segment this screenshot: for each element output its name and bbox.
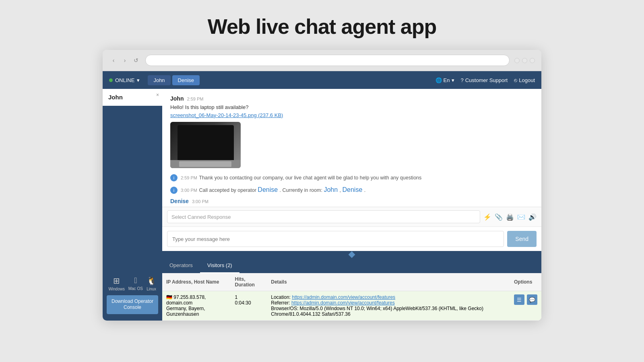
flag-icon: 🇩🇪 (166, 294, 172, 300)
windows-icon: ⊞ (113, 276, 120, 286)
visitor-options-cell: ☰ 💬 (510, 291, 541, 321)
status-label: ONLINE (115, 77, 134, 83)
close-icon[interactable]: × (156, 92, 159, 98)
sidebar-chat-name: John (108, 94, 123, 101)
table-row: 🇩🇪 97.255.83.578, domain.com Germany, Ba… (162, 291, 541, 321)
canned-response-select[interactable]: Select Canned Response (167, 210, 480, 223)
tab-operators[interactable]: Operators (162, 258, 200, 273)
sound-icon[interactable]: 🔊 (528, 213, 537, 221)
traffic-light-red (514, 58, 520, 63)
chat-tabs: John Denise (148, 75, 200, 85)
back-button[interactable]: ‹ (109, 56, 118, 65)
col-details: Details (267, 273, 510, 291)
visitor-details-cell: Location: https://admin.domain.com/view/… (267, 291, 510, 321)
app-main: × John ⊞ Windows  Mac OS (103, 89, 541, 321)
laptop-screen (178, 125, 234, 160)
traffic-light-green (530, 58, 535, 63)
visitors-table: IP Address, Host Name Hits, Duration Det… (162, 273, 541, 321)
topbar-right: 🌐 En ▾ ? Customer Support ⎋ Logout (436, 77, 535, 83)
visitor-location: Germany, Bayern, Gunzenhausen (166, 306, 205, 317)
system-link-denise2[interactable]: Denise (342, 186, 362, 193)
macos-icon-item:  Mac OS (128, 276, 143, 291)
page-title: Web live chat agent app (208, 0, 436, 50)
message-input[interactable] (167, 231, 504, 247)
language-label: En (444, 77, 450, 83)
divider-handle[interactable] (162, 251, 541, 258)
system-link-john[interactable]: John (324, 186, 338, 193)
tab-john[interactable]: John (148, 75, 170, 85)
send-button[interactable]: Send (507, 231, 537, 247)
laptop-image (170, 122, 241, 168)
tab-visitors[interactable]: Visitors (2) (200, 258, 239, 273)
denise-message-group: Denise 3:00 PM Hello, John! Give me a se… (170, 198, 533, 207)
system-link-denise[interactable]: Denise (258, 186, 278, 193)
detail-browser-val: Mozilla/5.0 (Windows NT 10.0; Win64; x64… (271, 306, 483, 317)
canned-response-bar: Select Canned Response ⚡ 📎 🖨️ ✉️ 🔊 (162, 207, 541, 226)
windows-icon-item: ⊞ Windows (108, 276, 125, 291)
denise-message-time: 3:00 PM (192, 199, 208, 204)
visitor-duration: 0:04:30 (235, 300, 251, 306)
browser-window: ‹ › ↺ ONLINE ▾ John Denise 🌐 (103, 50, 541, 321)
visitor-hits: 1 (235, 294, 238, 300)
col-options: Options (510, 273, 541, 291)
denise-sender: Denise (170, 198, 189, 204)
download-operator-console-button[interactable]: Download Operator Console (107, 295, 158, 314)
system-message-2: i 3:00 PM Call accepted by operator Deni… (170, 185, 533, 195)
lightning-icon[interactable]: ⚡ (483, 213, 491, 221)
globe-icon: 🌐 (436, 77, 442, 83)
attachment-icon[interactable]: 📎 (495, 213, 503, 221)
print-icon[interactable]: 🖨️ (506, 213, 514, 221)
sidebar-chat-item[interactable]: × John (103, 89, 162, 106)
visitor-chat-button[interactable]: 💬 (527, 294, 537, 305)
detail-location-link[interactable]: https://admin.domain.com/view/account/fe… (292, 294, 395, 300)
info-icon-1: i (170, 174, 178, 181)
detail-referrer-label: Referrer: (271, 300, 290, 306)
john-sender: John (170, 95, 184, 102)
system-text-1-body: Thank you to contacting our company, our… (199, 175, 421, 181)
system-period: . (364, 187, 365, 193)
macos-label: Mac OS (128, 286, 143, 291)
sidebar: × John ⊞ Windows  Mac OS (103, 89, 162, 321)
url-bar[interactable] (145, 55, 510, 66)
info-icon-2: i (170, 187, 178, 194)
denise-sender-line: Denise 3:00 PM (170, 198, 533, 204)
system-time-1: 2:59 PM (181, 175, 197, 180)
visitor-list-button[interactable]: ☰ (514, 294, 524, 305)
col-hits: Hits, Duration (231, 273, 267, 291)
logout-link[interactable]: ⎋ Logout (514, 77, 535, 83)
visitor-options: ☰ 💬 (514, 294, 537, 305)
logout-icon: ⎋ (514, 77, 517, 83)
status-chevron: ▾ (137, 77, 140, 83)
visitor-ip: 97.255.83.578, domain.com (166, 294, 206, 306)
language-selector[interactable]: 🌐 En ▾ (436, 77, 454, 83)
visitor-hits-cell: 1 0:04:30 (231, 291, 267, 321)
browser-chrome: ‹ › ↺ (103, 50, 541, 71)
john-message-time: 2:59 PM (187, 97, 203, 101)
forward-button[interactable]: › (120, 56, 129, 65)
browser-nav-buttons: ‹ › ↺ (109, 56, 140, 65)
os-icons: ⊞ Windows  Mac OS 🐧 Linux (107, 276, 158, 291)
status-indicator[interactable]: ONLINE ▾ (109, 77, 140, 83)
system-text-2-body: Call accepted by operator (199, 187, 258, 193)
detail-referrer-link[interactable]: https://admin.domain.com/view/account/fe… (291, 300, 395, 306)
apple-icon:  (134, 276, 137, 285)
sidebar-bottom: ⊞ Windows  Mac OS 🐧 Linux Download Oper… (103, 269, 162, 321)
visitor-ip-cell: 🇩🇪 97.255.83.578, domain.com Germany, Ba… (162, 291, 231, 321)
john-message-group: John 2:59 PM Hello! Is this laptop still… (170, 95, 533, 168)
traffic-light-yellow (522, 58, 527, 63)
detail-location-label: Location: (271, 294, 291, 300)
system-message-1: i 2:59 PM Thank you to contacting our co… (170, 173, 533, 182)
email-icon[interactable]: ✉️ (517, 213, 525, 221)
logout-label: Logout (519, 77, 535, 83)
traffic-lights (514, 58, 535, 63)
divider-diamond (349, 251, 355, 258)
chat-messages: John 2:59 PM Hello! Is this laptop still… (162, 89, 541, 207)
laptop-keyboard (179, 161, 231, 167)
detail-browser-label: Browser/OS: (271, 306, 298, 311)
tab-denise[interactable]: Denise (172, 75, 200, 85)
system-time-2: 3:00 PM (181, 188, 197, 193)
canned-icons: ⚡ 📎 🖨️ ✉️ 🔊 (483, 213, 537, 221)
john-file-link[interactable]: screenshot_06-May-20-14-23-45.png (237.6… (170, 112, 283, 118)
customer-support-link[interactable]: ? Customer Support (461, 77, 508, 83)
refresh-button[interactable]: ↺ (132, 56, 140, 65)
